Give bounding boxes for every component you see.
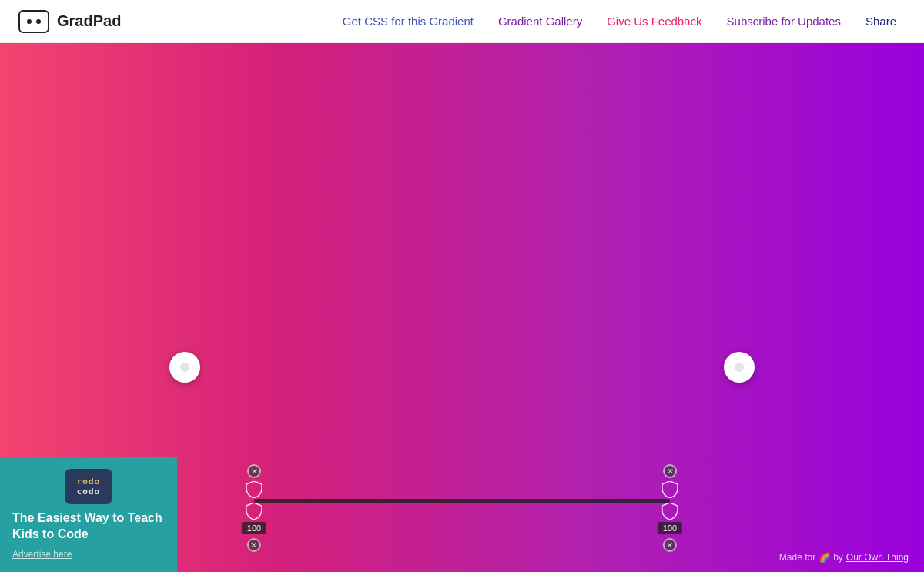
ad-banner: rodo codo The Easiest Way to Teach Kids … (0, 457, 177, 572)
remove-stop-left-bottom[interactable]: ✕ (247, 538, 261, 552)
ad-logo-area: rodo codo (12, 469, 165, 504)
logo-icon (18, 10, 49, 33)
stop-group-left-top: ✕ (246, 464, 262, 498)
remove-stop-left[interactable]: ✕ (247, 464, 261, 478)
footer-by: by (833, 552, 843, 563)
logo-dot-left (27, 19, 32, 24)
stop-group-left-bottom: 100 ✕ (242, 503, 266, 552)
footer-made-for: Made for (779, 552, 815, 563)
stop-pin-top-right[interactable] (662, 481, 678, 498)
stop-pin-bottom-left[interactable] (246, 503, 262, 520)
remove-stop-right[interactable]: ✕ (663, 464, 677, 478)
header: GradPad Get CSS for this Gradient Gradie… (0, 0, 924, 43)
ad-logo-bottom: codo (77, 487, 101, 497)
footer-emoji: 🌈 (819, 552, 830, 563)
stop-pin-bottom-right[interactable] (662, 503, 678, 520)
slider-wrapper: ✕ 100 ✕ ✕ 100 ✕ (254, 460, 670, 541)
color-handle-left[interactable] (169, 352, 200, 383)
ad-logo-top: rodo (77, 477, 101, 487)
stop-value-right: 100 (658, 522, 682, 534)
nav-get-css[interactable]: Get CSS for this Gradient (333, 10, 483, 32)
slider-track[interactable]: ✕ 100 ✕ ✕ 100 ✕ (254, 499, 670, 503)
stop-value-left: 100 (242, 522, 266, 534)
logo-dot-right (36, 19, 41, 24)
stop-group-right-bottom: 100 ✕ (658, 503, 682, 552)
nav-share[interactable]: Share (856, 10, 906, 32)
nav: Get CSS for this Gradient Gradient Galle… (333, 10, 906, 32)
color-handle-right[interactable] (724, 352, 755, 383)
logo-text: GradPad (57, 12, 121, 30)
ad-tagline: The Easiest Way to Teach Kids to Code (12, 510, 165, 543)
logo-link[interactable]: GradPad (18, 10, 121, 33)
nav-feedback[interactable]: Give Us Feedback (598, 10, 711, 32)
remove-stop-right-bottom[interactable]: ✕ (663, 538, 677, 552)
nav-subscribe[interactable]: Subscribe for Updates (718, 10, 850, 32)
nav-gallery[interactable]: Gradient Gallery (489, 10, 591, 32)
footer-author-link[interactable]: Our Own Thing (846, 552, 909, 563)
footer-text: Made for 🌈 by Our Own Thing (779, 552, 909, 563)
stop-pin-top-left[interactable] (246, 481, 262, 498)
stop-group-right-top: ✕ (662, 464, 678, 498)
ad-link[interactable]: Advertise here (12, 549, 165, 560)
